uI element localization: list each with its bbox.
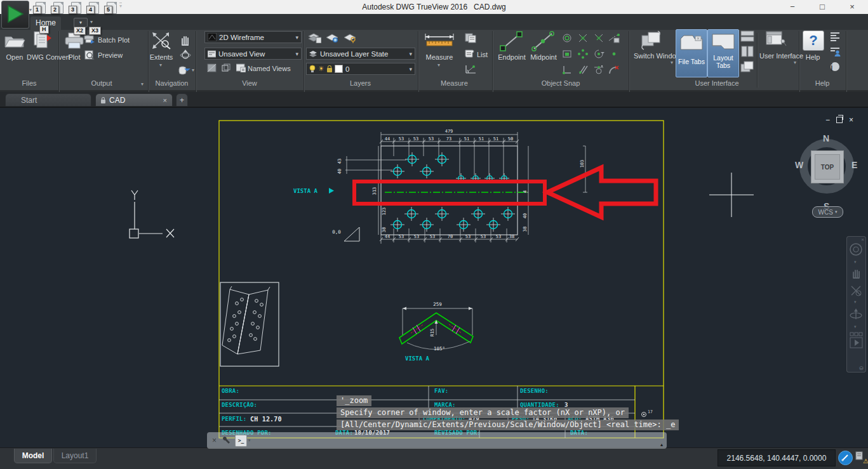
wire-cube-button[interactable] — [221, 63, 231, 76]
file-tab-cad[interactable]: CAD × — [95, 93, 173, 107]
graphics-performance-button[interactable] — [838, 451, 853, 465]
cad-tab-close-icon[interactable]: × — [163, 96, 167, 104]
batch-plot-label[interactable]: Batch Plot — [98, 36, 130, 44]
osnap-parallel-button[interactable] — [577, 65, 589, 77]
file-tabs-toggle-button[interactable]: File Tabs — [676, 29, 707, 77]
osnap-none-button[interactable] — [608, 65, 620, 77]
wcs-dropdown[interactable]: WCS▾ — [812, 206, 843, 218]
navbar-zoom-button[interactable] — [850, 284, 863, 300]
steering-wheel-button[interactable] — [178, 65, 190, 77]
navbar-wheel-caret-icon[interactable]: ▾ — [854, 260, 857, 265]
help-button[interactable]: ? — [803, 30, 824, 51]
preview-label[interactable]: Preview — [98, 51, 123, 59]
sheet-note-marker: 17 — [642, 409, 653, 417]
command-line-bar[interactable]: × >_ ▾ ▴ — [207, 432, 667, 449]
orbit-button[interactable] — [180, 50, 191, 63]
dwg-convert-button[interactable] — [32, 30, 52, 53]
visual-style-dropdown[interactable]: 2D Wireframe ▾ — [204, 31, 302, 43]
qat-customize-caret-icon[interactable]: ▾ — [119, 3, 122, 9]
navbar-zoom-caret-icon[interactable]: ▾ — [854, 300, 857, 305]
named-views-button[interactable] — [236, 63, 246, 75]
user-interface-caret-icon[interactable]: ▾ — [794, 60, 796, 65]
tile-vertically-button[interactable] — [740, 46, 754, 60]
list-button[interactable] — [464, 49, 474, 61]
navbar-orbit-button[interactable] — [850, 307, 863, 324]
command-recent-caret-icon[interactable]: ▾ — [248, 438, 251, 443]
osnap-perpendicular-button[interactable] — [561, 65, 573, 77]
command-prompt-icon[interactable]: >_ — [235, 435, 247, 447]
measure-caret-icon[interactable]: ▾ — [437, 62, 440, 68]
batch-plot-button[interactable] — [84, 34, 95, 46]
ribbon-minimize-button[interactable]: ▾ — [74, 18, 88, 27]
osnap-endpoint-button[interactable] — [499, 30, 523, 55]
navbar-showmotion-button[interactable] — [850, 332, 864, 356]
close-button[interactable]: × — [843, 0, 862, 13]
id-point-button[interactable] — [465, 63, 477, 77]
layer-properties-button[interactable] — [309, 32, 321, 46]
drawing-close-icon[interactable]: × — [849, 116, 853, 124]
command-customize-wrench-icon[interactable] — [221, 436, 230, 446]
osnap-center-button[interactable] — [561, 33, 573, 46]
navbar-orbit-caret-icon[interactable]: ▾ — [854, 324, 857, 329]
minimize-button[interactable]: − — [783, 0, 802, 13]
community-button[interactable] — [829, 47, 841, 59]
layer-dropdown[interactable]: ☀ 0 ▾ — [306, 63, 415, 75]
maximize-button[interactable]: □ — [813, 0, 832, 13]
output-panel-expander-icon[interactable]: ▾ — [141, 81, 144, 87]
osnap-insertion-button[interactable] — [561, 49, 573, 62]
navbar-wheel-button[interactable] — [850, 243, 863, 259]
pan-button[interactable] — [179, 34, 192, 49]
osnap-intersection-button[interactable] — [577, 33, 589, 46]
cascade-button[interactable] — [740, 61, 754, 75]
command-close-icon[interactable]: × — [212, 436, 217, 445]
navbar-close-icon[interactable]: × — [861, 237, 864, 242]
switch-windows-button[interactable] — [640, 30, 663, 53]
model-space-canvas[interactable]: .dim{fill:#e3e6e8;font:7px "DejaVu Sans … — [0, 108, 868, 447]
navbar-customize-icon[interactable]: ⊖ — [858, 365, 864, 371]
coordinates-display[interactable]: 2146.5648, 140.4447, 0.0000 — [718, 449, 836, 466]
app-menu-caret-icon[interactable]: ▾ — [29, 7, 32, 13]
osnap-extension-button[interactable] — [608, 33, 620, 46]
zoom-extents-button[interactable] — [151, 32, 171, 52]
osnap-tangent-button[interactable] — [593, 65, 604, 77]
layer-freeze-button[interactable] — [326, 32, 339, 46]
measure-button[interactable] — [424, 32, 455, 51]
copy-listing-button[interactable] — [465, 33, 477, 46]
viewcube-west[interactable]: W — [795, 160, 803, 170]
annotation-monitor-button[interactable]: ⚠ — [855, 451, 867, 463]
shaded-view-button[interactable] — [207, 63, 217, 76]
zoom-extents-caret-icon[interactable]: ▾ — [159, 62, 162, 68]
osnap-node-button[interactable] — [609, 49, 619, 62]
user-interface-button[interactable] — [766, 30, 787, 52]
new-tab-button[interactable]: + — [176, 93, 188, 107]
tile-horizontally-button[interactable] — [740, 30, 754, 44]
whats-new-button[interactable] — [829, 32, 841, 44]
viewcube-top-face[interactable]: TOP — [811, 150, 844, 183]
navbar-pan-button[interactable] — [850, 267, 862, 282]
file-tab-start[interactable]: Start — [5, 93, 91, 107]
command-scroll-up-icon[interactable]: ▴ — [660, 442, 663, 447]
viewcube-east[interactable]: E — [851, 160, 857, 170]
ribbon-minimize-caret-icon[interactable]: ▾ — [90, 19, 93, 25]
drawing-minimize-icon[interactable]: − — [825, 116, 830, 124]
view-state-dropdown[interactable]: Unsaved View ▾ — [204, 48, 302, 60]
about-button[interactable]: i — [831, 62, 839, 71]
steering-wheel-caret-icon[interactable]: ▾ — [192, 67, 194, 73]
application-menu-button[interactable] — [1, 1, 29, 29]
open-button[interactable] — [4, 32, 25, 52]
list-label[interactable]: List — [477, 51, 488, 58]
named-views-label[interactable]: Named Views — [248, 65, 291, 72]
layout1-tab[interactable]: Layout1 — [53, 449, 97, 463]
osnap-apparent-intersection-button[interactable] — [593, 33, 604, 46]
switch-windows-caret-icon[interactable]: ▾ — [671, 60, 673, 65]
osnap-geometric-center-button[interactable] — [593, 49, 604, 62]
layout-tabs-toggle-button[interactable]: Layout Tabs — [707, 29, 739, 77]
layer-state-dropdown[interactable]: Unsaved Layer State ▾ — [306, 48, 415, 60]
layer-isolate-button[interactable] — [344, 32, 357, 46]
osnap-midpoint-button[interactable] — [531, 30, 555, 55]
model-tab[interactable]: Model — [14, 449, 52, 463]
viewcube-north[interactable]: N — [823, 133, 829, 143]
preview-button[interactable] — [84, 50, 95, 62]
osnap-quadrant-button[interactable] — [577, 49, 589, 62]
drawing-restore-icon[interactable] — [836, 117, 843, 123]
